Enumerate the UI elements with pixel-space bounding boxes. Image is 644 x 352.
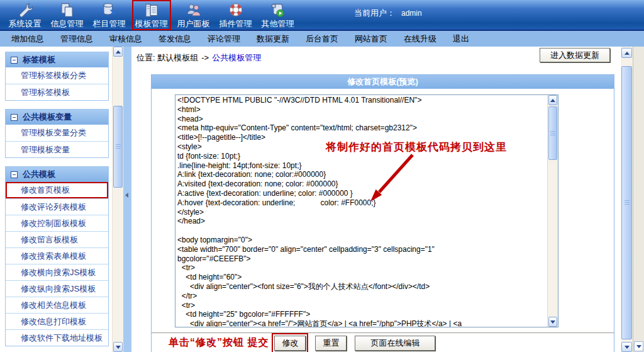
collapse-box-icon	[11, 171, 18, 178]
current-user-label: 当前用户：	[354, 8, 395, 18]
red-highlight-box-modify-button: 修改	[272, 333, 308, 352]
scrollbar-thumb[interactable]	[113, 106, 123, 188]
content-area: 标签模板 管理标签模板分类 管理标签模板 公共模板变量 管理模板变量分类 管理模…	[0, 47, 644, 352]
toolbar-item-column-management[interactable]: 栏目管理	[88, 0, 130, 30]
toolbar-item-label: 系统设置	[9, 19, 42, 28]
toolbar-item-info-management[interactable]: 信息管理	[46, 0, 88, 30]
current-user: 当前用户：admin	[354, 8, 422, 19]
sidebar-section-public-templates: 公共模板 修改首页模板 修改评论列表模板 修改控制面板模板 修改留言板模板 修改…	[5, 166, 109, 346]
breadcrumb-separator: ->	[201, 53, 209, 62]
toolbar-item-label: 模板管理	[135, 19, 168, 28]
scrollbar-thumb[interactable]	[548, 106, 557, 160]
scroll-down-button[interactable]	[113, 342, 123, 352]
sidebar: 标签模板 管理标签模板分类 管理标签模板 公共模板变量 管理模板变量分类 管理模…	[0, 47, 112, 352]
scroll-up-button[interactable]	[621, 48, 632, 58]
sidebar-section-header[interactable]: 标签模板	[6, 52, 108, 67]
scroll-up-button[interactable]	[548, 95, 557, 105]
chevron-down-icon	[550, 321, 555, 324]
menu-item-backend-home[interactable]: 后台首页	[297, 33, 347, 45]
panel-splitter[interactable]	[123, 47, 131, 352]
collapse-box-icon	[11, 57, 18, 64]
sidebar-item-edit-related-info-template[interactable]: 修改相关信息模板	[6, 297, 108, 313]
collapse-box-icon	[11, 114, 18, 121]
toolbar-item-other-management[interactable]: 其他管理	[257, 0, 299, 30]
breadcrumb-current-link[interactable]: 公共模板管理	[212, 53, 261, 62]
collapse-left-icon	[125, 193, 128, 198]
sidebar-section-tag-templates: 标签模板 管理标签模板分类 管理标签模板	[5, 52, 109, 101]
toolbar-item-label: 信息管理	[51, 19, 84, 28]
scroll-down-button[interactable]	[548, 317, 557, 327]
lifering-icon	[226, 2, 245, 19]
sidebar-item-manage-variable-categories[interactable]: 管理模板变量分类	[6, 125, 108, 141]
toolbar-item-label: 用户面板	[177, 19, 210, 28]
toolbar-item-system-settings[interactable]: 系统设置	[4, 0, 46, 30]
chevron-down-icon	[636, 345, 641, 348]
breadcrumb: 位置: 默认模板组->公共模板管理	[136, 52, 261, 64]
users-icon	[184, 2, 203, 19]
menu-item-comment-management[interactable]: 评论管理	[199, 33, 248, 45]
menu-item-issue-info[interactable]: 签发信息	[150, 33, 199, 45]
toolbar-item-plugin-management[interactable]: 插件管理	[214, 0, 257, 30]
scroll-up-button[interactable]	[113, 47, 123, 57]
template-code-editor: <!DOCTYPE HTML PUBLIC "-//W3C//DTD HTML …	[175, 94, 558, 327]
sidebar-item-edit-homepage-template[interactable]: 修改首页模板	[6, 182, 108, 198]
menu-item-add-info[interactable]: 增加信息	[3, 33, 52, 45]
toolbar-item-label: 插件管理	[219, 19, 252, 28]
chevron-down-icon	[625, 346, 630, 349]
sidebar-item-edit-software-download-template[interactable]: 修改软件下载地址模板	[6, 329, 108, 346]
scroll-down-button[interactable]	[621, 342, 632, 352]
template-code-textarea[interactable]: <!DOCTYPE HTML PUBLIC "-//W3C//DTD HTML …	[175, 95, 547, 327]
sidebar-item-edit-info-print-template[interactable]: 修改信息打印模板	[6, 313, 108, 329]
menu-bar: 增加信息 管理信息 审核信息 签发信息 评论管理 数据更新 后台首页 网站首页 …	[0, 30, 644, 47]
menu-item-logout[interactable]: 退出	[445, 33, 477, 45]
outer-scroll-down-button[interactable]	[634, 341, 643, 351]
sidebar-item-manage-tag-templates[interactable]: 管理标签模板	[6, 84, 108, 100]
menu-item-site-home[interactable]: 网站首页	[347, 33, 396, 45]
enter-data-update-button[interactable]: 进入数据更新	[540, 48, 610, 62]
toolbar-item-user-panel[interactable]: 用户面板	[172, 0, 214, 30]
panel-footer: 单击“修改”按钮 提交 修改 重置 页面在线编辑	[152, 332, 614, 352]
modify-button[interactable]: 修改	[274, 336, 306, 351]
reset-button[interactable]: 重置	[315, 336, 347, 351]
menu-item-manage-info[interactable]: 管理信息	[52, 33, 101, 45]
chevron-up-icon	[625, 52, 630, 55]
sidebar-item-edit-comment-list-template[interactable]: 修改评论列表模板	[6, 198, 108, 215]
thumb-grip-icon	[625, 200, 630, 205]
sidebar-item-edit-guestbook-template[interactable]: 修改留言板模板	[6, 231, 108, 247]
thumb-grip-icon	[116, 144, 121, 149]
breadcrumb-prefix: 位置: 默认模板组	[136, 53, 198, 62]
chevron-down-icon	[116, 346, 121, 349]
sidebar-item-edit-vertical-search-js-template[interactable]: 修改纵向搜索JS模板	[6, 280, 108, 297]
sidebar-item-manage-tag-template-categories[interactable]: 管理标签模板分类	[6, 67, 108, 84]
sidebar-section-title: 公共模板	[23, 169, 55, 180]
sidebar-item-edit-control-panel-template[interactable]: 修改控制面板模板	[6, 215, 108, 231]
menu-item-data-update[interactable]: 数据更新	[248, 33, 297, 45]
sidebar-scrollbar[interactable]	[112, 47, 123, 352]
submit-hint-annotation: 单击“修改”按钮 提交	[169, 336, 269, 349]
toolbar-item-label: 其他管理	[262, 19, 294, 28]
sidebar-section-header[interactable]: 公共模板变量	[6, 110, 108, 125]
outer-scrollbar-strip	[633, 47, 644, 352]
menu-item-online-upgrade[interactable]: 在线升级	[396, 33, 445, 45]
thumb-grip-icon	[550, 131, 555, 136]
page-scrollbar[interactable]	[621, 47, 633, 352]
menu-item-review-info[interactable]: 审核信息	[101, 33, 150, 45]
sidebar-item-edit-horizontal-search-js-template[interactable]: 修改横向搜索JS模板	[6, 264, 108, 280]
sidebar-section-title: 标签模板	[23, 54, 55, 65]
chevron-up-icon	[116, 50, 121, 54]
sidebar-item-manage-variables[interactable]: 管理模板变量	[6, 141, 108, 157]
sidebar-section-template-variables: 公共模板变量 管理模板变量分类 管理模板变量	[5, 109, 109, 158]
database-icon	[100, 2, 119, 19]
online-page-edit-button[interactable]: 页面在线编辑	[355, 336, 435, 351]
toolbar-item-template-management[interactable]: 模板管理	[130, 0, 172, 30]
red-highlight-box-toolbar: 模板管理	[132, 0, 171, 30]
current-user-name: admin	[401, 9, 422, 18]
sidebar-item-edit-search-form-template[interactable]: 修改搜索表单模板	[6, 247, 108, 264]
scrollbar-thumb[interactable]	[621, 66, 632, 339]
documents-icon	[58, 2, 77, 19]
play-scroll-icon	[269, 2, 287, 19]
textarea-scrollbar[interactable]	[547, 95, 558, 327]
cms-admin-template-page: { "toolbar": { "items": [ { "label": "系统…	[0, 0, 644, 352]
sidebar-section-header[interactable]: 公共模板	[6, 167, 108, 182]
template-preview-panel: 修改首页模板(预览) <!DOCTYPE HTML PUBLIC "-//W3C…	[151, 74, 614, 352]
